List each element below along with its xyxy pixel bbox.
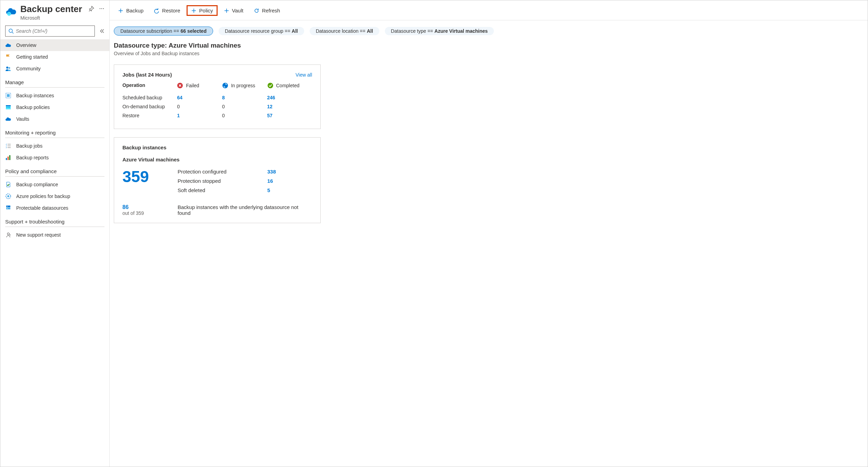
sidebar-item-new-support-request[interactable]: New support request xyxy=(0,229,109,241)
svg-point-36 xyxy=(268,83,273,88)
backup-button[interactable]: Backup xyxy=(114,6,148,16)
sidebar-item-label: Vaults xyxy=(16,116,29,122)
page-header: Backup center Microsoft xyxy=(0,0,109,22)
datasource-subtitle: Overview of Jobs and Backup instances xyxy=(114,51,864,56)
sidebar-item-backup-jobs[interactable]: Backup jobs xyxy=(0,140,109,152)
svg-point-4 xyxy=(9,29,12,32)
svg-rect-11 xyxy=(6,106,11,109)
svg-rect-18 xyxy=(6,158,7,160)
stat-value[interactable]: 5 xyxy=(267,187,270,193)
sidebar-section-policy: Policy and compliance xyxy=(0,163,109,175)
completed-count[interactable]: 57 xyxy=(267,113,273,118)
inprogress-count[interactable]: 8 xyxy=(222,95,225,100)
flag-icon xyxy=(5,54,11,60)
svg-point-22 xyxy=(7,195,9,197)
stat-row: Protection configured 338 xyxy=(178,169,312,175)
divider xyxy=(5,138,104,138)
plus-icon xyxy=(118,8,123,13)
stat-label: Soft deleted xyxy=(178,187,267,193)
datasource-title: Datasource type: Azure Virtual machines xyxy=(114,42,864,49)
sidebar-item-label: Getting started xyxy=(16,54,48,60)
policy-button[interactable]: Policy xyxy=(187,5,218,16)
filter-label: Datasource type == xyxy=(391,28,433,34)
sidebar-search[interactable] xyxy=(5,26,95,37)
sidebar-item-label: Backup instances xyxy=(16,93,54,98)
svg-point-27 xyxy=(7,233,9,235)
filter-type[interactable]: Datasource type == Azure Virtual machine… xyxy=(385,27,494,35)
op-label: On-demand backup xyxy=(122,104,177,109)
completed-count[interactable]: 246 xyxy=(267,95,275,100)
refresh-icon xyxy=(254,8,259,13)
sidebar-item-label: Overview xyxy=(16,42,36,48)
divider xyxy=(5,227,104,227)
page-subtitle: Microsoft xyxy=(20,15,89,21)
stat-value[interactable]: 338 xyxy=(267,169,276,175)
sidebar-item-protectable-datasources[interactable]: Protectable datasources xyxy=(0,202,109,214)
op-label: Restore xyxy=(122,113,177,118)
filter-value: 66 selected xyxy=(180,28,207,34)
page-title: Backup center xyxy=(20,4,89,14)
sidebar-item-backup-instances[interactable]: Backup instances xyxy=(0,90,109,101)
toolbar-label: Refresh xyxy=(262,8,280,13)
sidebar-item-backup-compliance[interactable]: Backup compliance xyxy=(0,179,109,190)
overview-icon xyxy=(5,42,11,48)
gear-ring-icon xyxy=(5,193,11,199)
toolbar-label: Vault xyxy=(232,8,243,13)
svg-point-0 xyxy=(7,12,11,16)
sidebar-item-label: Backup jobs xyxy=(16,143,42,149)
jobs-row: On-demand backup 0 0 12 xyxy=(122,104,312,109)
filter-resource-group[interactable]: Datasource resource group == All xyxy=(219,27,304,35)
filter-value: Azure Virtual machines xyxy=(435,28,488,34)
sidebar: Backup center Microsoft Overview Gett xyxy=(0,0,110,467)
sidebar-item-label: Community xyxy=(16,66,41,71)
instances-total[interactable]: 359 xyxy=(122,169,178,185)
svg-rect-12 xyxy=(7,107,7,108)
refresh-button[interactable]: Refresh xyxy=(250,6,285,16)
sidebar-item-vaults[interactable]: Vaults xyxy=(0,113,109,125)
jobs-header-row: Operation Failed In progress Completed xyxy=(122,82,312,89)
instances-card-subtitle: Azure Virtual machines xyxy=(122,157,312,162)
filter-location[interactable]: Datasource location == All xyxy=(310,27,379,35)
people-icon xyxy=(5,66,11,72)
instances-card-title: Backup instances xyxy=(122,145,312,150)
svg-point-26 xyxy=(7,208,8,209)
stat-value[interactable]: 16 xyxy=(267,178,273,184)
plus-icon xyxy=(191,8,197,13)
calendar-icon xyxy=(5,104,11,110)
svg-point-6 xyxy=(6,67,8,69)
sidebar-item-community[interactable]: Community xyxy=(0,63,109,74)
restore-button[interactable]: Restore xyxy=(150,6,184,16)
collapse-sidebar-icon[interactable] xyxy=(99,28,104,34)
footer-count[interactable]: 86 xyxy=(122,204,178,210)
pin-icon[interactable] xyxy=(89,6,94,11)
undo-icon xyxy=(154,8,159,13)
col-inprogress: In progress xyxy=(222,82,267,89)
filter-value: All xyxy=(367,28,373,34)
more-icon[interactable] xyxy=(99,6,104,11)
stat-row: Protection stopped 16 xyxy=(178,178,312,184)
failed-count[interactable]: 1 xyxy=(177,113,180,118)
completed-count[interactable]: 12 xyxy=(267,104,273,109)
view-all-link[interactable]: View all xyxy=(296,72,312,78)
sidebar-item-getting-started[interactable]: Getting started xyxy=(0,51,109,63)
sidebar-item-backup-policies[interactable]: Backup policies xyxy=(0,101,109,113)
svg-rect-24 xyxy=(6,208,10,209)
jobs-card-title: Jobs (last 24 Hours) xyxy=(122,72,172,78)
plus-icon xyxy=(224,8,229,13)
filter-label: Datasource resource group == xyxy=(225,28,290,34)
filter-row: Datasource subscription == 66 selected D… xyxy=(114,20,868,42)
sidebar-item-backup-reports[interactable]: Backup reports xyxy=(0,152,109,163)
search-input[interactable] xyxy=(16,28,92,34)
sidebar-item-overview[interactable]: Overview xyxy=(0,39,109,51)
filter-subscription[interactable]: Datasource subscription == 66 selected xyxy=(114,27,213,36)
doc-check-icon xyxy=(5,181,11,188)
sidebar-item-azure-policies[interactable]: Azure policies for backup xyxy=(0,190,109,202)
sidebar-item-label: Backup compliance xyxy=(16,182,58,187)
failed-count[interactable]: 64 xyxy=(177,95,182,100)
sidebar-section-monitoring: Monitoring + reporting xyxy=(0,125,109,136)
svg-rect-23 xyxy=(6,206,10,207)
filter-value: All xyxy=(292,28,298,34)
vault-button[interactable]: Vault xyxy=(220,6,248,16)
inprogress-icon xyxy=(222,82,228,89)
svg-point-7 xyxy=(9,67,10,69)
